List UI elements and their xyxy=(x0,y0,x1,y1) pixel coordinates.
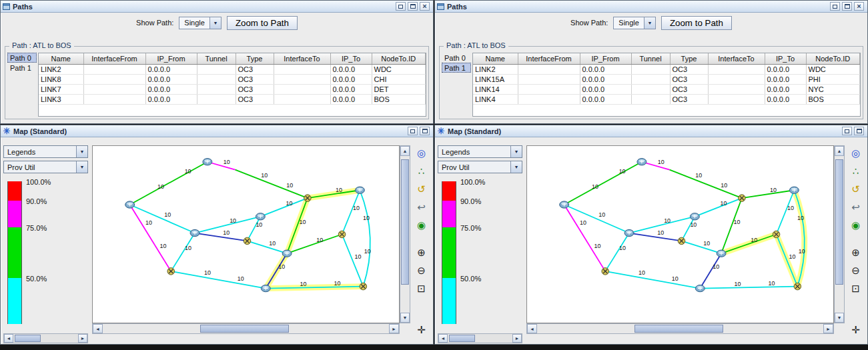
zoom-area-icon[interactable]: ⊡ xyxy=(415,282,428,295)
path-list-item-1[interactable]: Path 1 xyxy=(7,63,37,73)
restore-button[interactable] xyxy=(408,127,418,135)
column-header[interactable]: InterfaceTo xyxy=(274,53,330,64)
path-node[interactable] xyxy=(338,231,346,237)
column-header[interactable]: NodeTo.ID xyxy=(372,53,426,64)
scroll-track[interactable] xyxy=(835,156,844,313)
column-header[interactable]: Tunnel xyxy=(631,53,670,64)
map-link[interactable] xyxy=(605,271,700,289)
zoom-in-icon[interactable]: ⊕ xyxy=(415,246,428,259)
back-arrow-icon[interactable]: ↩ xyxy=(849,201,863,214)
column-header[interactable]: Type xyxy=(670,53,708,64)
topology-icon[interactable]: ∴ xyxy=(415,165,428,178)
scroll-thumb[interactable] xyxy=(835,159,843,285)
map-link[interactable] xyxy=(266,253,287,288)
map-link[interactable] xyxy=(130,205,195,233)
router-node[interactable] xyxy=(690,213,699,220)
map-link[interactable] xyxy=(700,253,721,288)
path-node[interactable] xyxy=(739,195,746,201)
column-header[interactable]: Name xyxy=(473,53,518,64)
map-link[interactable] xyxy=(700,287,797,289)
close-button[interactable]: × xyxy=(420,2,430,11)
legends-select[interactable]: Legends ▼ xyxy=(3,145,88,158)
router-node[interactable] xyxy=(256,213,265,220)
legends-select[interactable]: Legends ▼ xyxy=(438,145,522,158)
table-row[interactable]: LINK70.0.0.0OC30.0.0.0DET xyxy=(39,84,426,94)
map-link[interactable] xyxy=(742,190,794,198)
scroll-thumb[interactable] xyxy=(634,325,723,333)
map-link[interactable] xyxy=(342,190,360,234)
map-link[interactable] xyxy=(360,190,370,286)
column-header[interactable]: Name xyxy=(39,53,83,64)
scroll-left-button[interactable]: ◄ xyxy=(527,324,537,333)
column-header[interactable]: IP_To xyxy=(765,53,806,64)
zoom-area-icon[interactable]: ⊡ xyxy=(849,282,863,295)
scroll-right-button[interactable]: ► xyxy=(823,324,833,333)
zoom-out-icon[interactable]: ⊖ xyxy=(415,264,428,277)
scroll-thumb[interactable] xyxy=(15,335,41,342)
map-horizontal-scrollbar[interactable]: ◄ ► xyxy=(526,323,834,334)
maximize-button[interactable] xyxy=(854,127,864,135)
map-link[interactable] xyxy=(695,198,742,217)
path-list-item-0[interactable]: Path 0 xyxy=(442,53,471,63)
map-link[interactable] xyxy=(171,233,195,271)
path-node[interactable] xyxy=(244,237,251,244)
paths-titlebar[interactable]: Paths × xyxy=(435,1,867,13)
path-node[interactable] xyxy=(602,268,609,275)
path-list-item-1[interactable]: Path 1 xyxy=(442,63,471,73)
map-link[interactable] xyxy=(605,233,629,271)
router-node[interactable] xyxy=(203,159,212,165)
show-path-select[interactable]: Single ▼ xyxy=(613,17,656,29)
scroll-track[interactable] xyxy=(103,324,389,333)
router-node[interactable] xyxy=(695,285,705,291)
restore-button[interactable] xyxy=(830,2,840,11)
sidebar-scrollbar[interactable]: ◄ ► xyxy=(438,333,522,343)
path-node[interactable] xyxy=(794,283,801,289)
router-node[interactable] xyxy=(637,159,646,165)
scroll-left-button[interactable]: ◄ xyxy=(438,334,448,343)
scroll-left-button[interactable]: ◄ xyxy=(93,324,103,333)
table-row[interactable]: LINK20.0.0.0OC30.0.0.0WDC xyxy=(473,64,860,74)
map-vertical-scrollbar[interactable]: ▲ ▼ xyxy=(834,145,845,323)
router-node[interactable] xyxy=(355,187,364,193)
scroll-thumb[interactable] xyxy=(401,159,409,285)
column-header[interactable]: InterfaceFrom xyxy=(518,53,580,64)
table-row[interactable]: LINK15A0.0.0.0OC30.0.0.0PHI xyxy=(473,74,860,84)
path-list-item-0[interactable]: Path 0 xyxy=(7,53,37,63)
column-header[interactable]: IP_To xyxy=(330,53,372,64)
table-row[interactable]: LINK80.0.0.0OC30.0.0.0CHI xyxy=(39,74,426,84)
undo-arrow-icon[interactable]: ↺ xyxy=(415,183,428,196)
back-arrow-icon[interactable]: ↩ xyxy=(415,201,428,214)
scroll-track[interactable] xyxy=(13,334,78,343)
router-node[interactable] xyxy=(560,201,569,208)
column-header[interactable]: IP_From xyxy=(145,53,197,64)
column-header[interactable]: Type xyxy=(236,53,274,64)
compass-icon[interactable]: ◎ xyxy=(849,147,863,160)
map-link[interactable] xyxy=(629,233,681,241)
table-row[interactable]: LINK30.0.0.0OC30.0.0.0BOS xyxy=(39,94,426,104)
column-header[interactable]: InterfaceTo xyxy=(708,53,765,64)
globe-icon[interactable]: ◉ xyxy=(849,219,863,232)
scroll-right-button[interactable]: ► xyxy=(512,334,522,343)
scroll-left-button[interactable]: ◄ xyxy=(4,334,13,343)
map-link[interactable] xyxy=(247,241,287,253)
map-canvas[interactable]: 1010101010101010101010101010101010101010… xyxy=(92,145,400,323)
map-link[interactable] xyxy=(777,190,795,234)
zoom-to-path-button[interactable]: Zoom to Path xyxy=(227,16,298,30)
map-link[interactable] xyxy=(681,217,695,241)
path-node[interactable] xyxy=(167,268,175,275)
router-node[interactable] xyxy=(717,250,726,257)
compass-icon[interactable]: ◎ xyxy=(415,147,428,160)
maximize-button[interactable] xyxy=(420,127,430,135)
map-link[interactable] xyxy=(721,235,776,254)
map-titlebar[interactable]: ✳ Map (Standard) xyxy=(1,125,433,137)
globe-icon[interactable]: ◉ xyxy=(415,219,428,232)
undo-arrow-icon[interactable]: ↺ xyxy=(849,183,863,196)
table-row[interactable]: LINK140.0.0.0OC30.0.0.0NYC xyxy=(473,84,860,94)
map-canvas[interactable]: 1010101010101010101010101010101010101010… xyxy=(526,145,834,323)
map-link[interactable] xyxy=(247,217,260,241)
map-link[interactable] xyxy=(342,235,364,287)
maximize-button[interactable] xyxy=(408,2,418,11)
map-link[interactable] xyxy=(171,271,266,289)
path-node[interactable] xyxy=(304,195,312,201)
map-link[interactable] xyxy=(681,241,721,253)
